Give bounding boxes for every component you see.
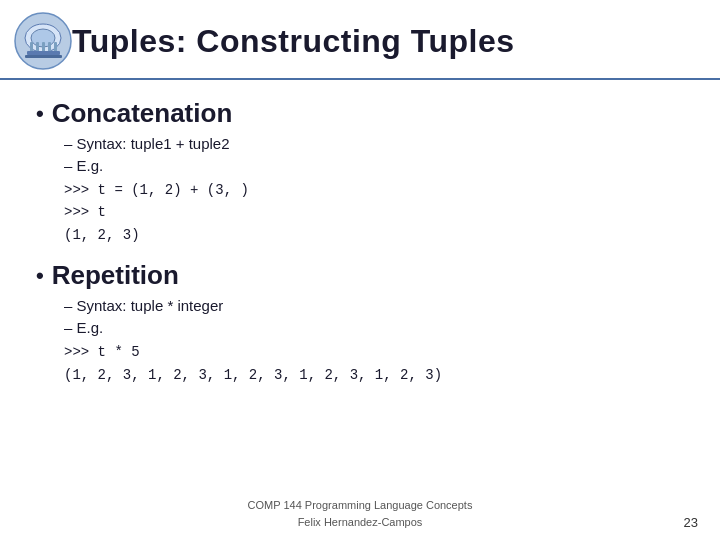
code-line-2-1: >>> t * 5 (64, 341, 684, 363)
syntax-label-1: – Syntax: tuple1 + tuple2 (64, 135, 684, 153)
code-block-1: >>> t = (1, 2) + (3, ) >>> t (1, 2, 3) (64, 179, 684, 246)
bullet-icon-2: • (36, 263, 44, 289)
section-repetition: • Repetition – Syntax: tuple * integer –… (36, 260, 684, 386)
svg-rect-4 (36, 42, 39, 52)
logo-icon (14, 12, 72, 70)
svg-rect-5 (42, 42, 45, 52)
slide: Tuples: Constructing Tuples • Concatenat… (0, 0, 720, 540)
code-line-1-2: >>> t (64, 201, 684, 223)
svg-rect-8 (27, 51, 60, 55)
slide-header: Tuples: Constructing Tuples (0, 0, 720, 80)
code-line-1-3: (1, 2, 3) (64, 224, 684, 246)
footer-line1: COMP 144 Programming Language Concepts (0, 497, 720, 514)
eg-label-1: – E.g. (64, 157, 684, 175)
syntax-label-2: – Syntax: tuple * integer (64, 297, 684, 315)
slide-title: Tuples: Constructing Tuples (72, 23, 515, 60)
svg-rect-3 (30, 42, 33, 52)
footer-line2: Felix Hernandez-Campos (0, 514, 720, 531)
footer: COMP 144 Programming Language Concepts F… (0, 491, 720, 540)
svg-rect-7 (54, 42, 57, 52)
section-title-repetition: • Repetition (36, 260, 684, 291)
bullet-icon-1: • (36, 101, 44, 127)
svg-rect-9 (25, 55, 62, 58)
section-concatenation: • Concatenation – Syntax: tuple1 + tuple… (36, 98, 684, 246)
code-block-2: >>> t * 5 (1, 2, 3, 1, 2, 3, 1, 2, 3, 1,… (64, 341, 684, 386)
svg-rect-6 (48, 42, 51, 52)
code-line-1-1: >>> t = (1, 2) + (3, ) (64, 179, 684, 201)
section-title-concatenation: • Concatenation (36, 98, 684, 129)
eg-label-2: – E.g. (64, 319, 684, 337)
code-line-2-2: (1, 2, 3, 1, 2, 3, 1, 2, 3, 1, 2, 3, 1, … (64, 364, 684, 386)
page-number: 23 (684, 515, 698, 530)
slide-content: • Concatenation – Syntax: tuple1 + tuple… (0, 80, 720, 491)
